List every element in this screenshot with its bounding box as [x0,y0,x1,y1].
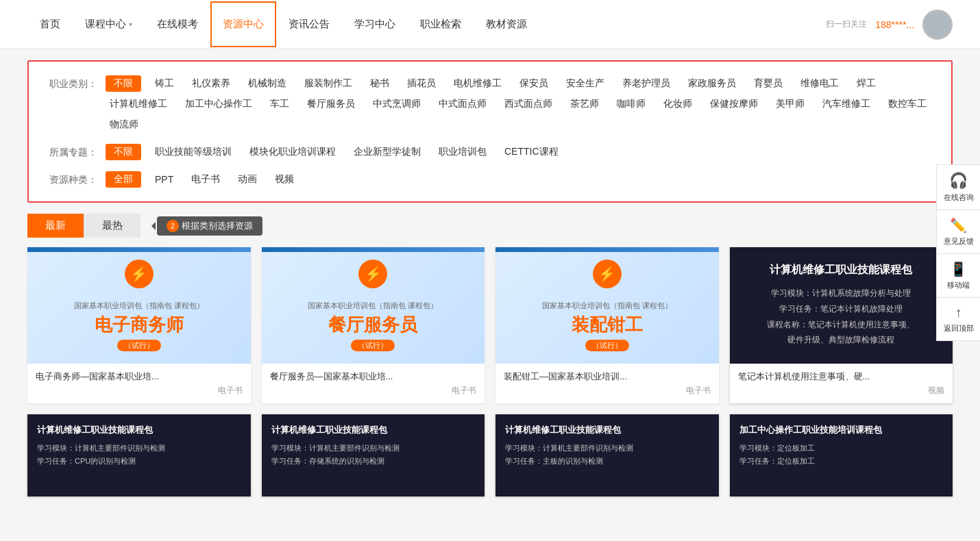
card-3-image: ⚡ 国家基本职业培训包（指南包 课程包） 装配钳工 （试行） [495,247,719,364]
card-3[interactable]: ⚡ 国家基本职业培训包（指南包 课程包） 装配钳工 （试行） 装配钳工—国家基本… [495,247,719,403]
tag-chegong[interactable]: 车工 [266,96,293,112]
tag-chahuayuan[interactable]: 插花员 [403,75,440,92]
tag-jisuanjiweixiugong[interactable]: 计算机维修工 [106,96,171,112]
nav-item-home[interactable]: 首页 [27,1,73,47]
card-1-title: 电子商务师 [95,313,184,337]
headphones-icon: 🎧 [949,172,968,190]
tab-latest[interactable]: 最新 [27,214,84,238]
filter-tags-resource: 全部 PPT 电子书 动画 视频 [106,171,298,188]
nav-item-courses[interactable]: 课程中心 ▾ [73,1,145,47]
sidebar-btn-top[interactable]: ↑ 返回顶部 [936,298,980,341]
tag-enterprise-apprentice[interactable]: 企业新型学徒制 [350,144,425,160]
tag-unlimited-category[interactable]: 不限 [106,75,141,92]
tag-zhugong[interactable]: 铸工 [151,75,178,92]
card-1[interactable]: ⚡ 国家基本职业培训包（指南包 课程包） 电子商务师 （试行） 电子商务师—国家… [27,247,251,403]
card-2[interactable]: ⚡ 国家基本职业培训包（指南包 课程包） 餐厅服务员 （试行） 餐厅服务员—国家… [262,247,485,403]
card-3-title: 装配钳工 [572,313,643,337]
card-4-dark-lines: 学习模块：计算机系统故障分析与处理 学习任务：笔记本计算机故障处理 课程名称：笔… [767,286,915,348]
card-4-desc: 笔记本计算机使用注意事项、硬... [738,370,945,383]
card-4-image: 计算机维修工职业技能课程包 学习模块：计算机系统故障分析与处理 学习任务：笔记本… [730,247,953,364]
tooltip-2: 2 根据类别选择资源 [157,216,262,236]
tag-hangong[interactable]: 焊工 [853,75,880,92]
nav-item-textbook[interactable]: 教材资源 [474,1,539,47]
card-8-title: 加工中心操作工职业技能培训课程包 [739,424,944,436]
header: 首页 课程中心 ▾ 在线模考 资源中心 1 点击资源中心 资讯公告 学习中心 职… [0,0,980,49]
filter-row-category: 职业类别： 不限 铸工 礼仪素养 机械制造 服装制作工 秘书 插花员 电机维修工… [49,75,931,133]
tag-modular-training[interactable]: 模块化职业培训课程 [245,144,340,160]
nav-item-resources[interactable]: 资源中心 1 点击资源中心 [210,1,276,47]
tag-kafeishi[interactable]: 咖啡师 [613,96,650,112]
avatar[interactable] [922,10,953,40]
tag-zhongshipengtiaoshi[interactable]: 中式烹调师 [369,96,425,112]
filter-tags-category: 不限 铸工 礼仪素养 机械制造 服装制作工 秘书 插花员 电机维修工 保安员 安… [106,75,931,133]
tag-vocational-training[interactable]: 职业技能等级培训 [151,144,236,160]
card-3-desc: 装配钳工—国家基本职业培训... [504,370,711,383]
filter-label-resource: 资源种类： [49,171,106,186]
tag-unlimited-topic[interactable]: 不限 [106,144,141,160]
nav-item-study[interactable]: 学习中心 [342,1,408,47]
nav: 首页 课程中心 ▾ 在线模考 资源中心 1 点击资源中心 资讯公告 学习中心 职… [27,1,539,47]
card-2-title: 餐厅服务员 [328,313,417,337]
filter-row-topic: 所属专题： 不限 职业技能等级培训 模块化职业培训课程 企业新型学徒制 职业培训… [49,144,931,160]
tag-jiagongzhongxincaozuogong[interactable]: 加工中心操作工 [181,96,256,112]
tag-anquanshengchan[interactable]: 安全生产 [562,75,609,92]
card-5[interactable]: 计算机维修工职业技能课程包 学习模块：计算机主要部件识别与检测 学习任务：CPU… [27,414,251,496]
card-7[interactable]: 计算机维修工职业技能课程包 学习模块：计算机主要部件识别与检测 学习任务：主板的… [495,414,719,496]
sidebar-btn-consult[interactable]: 🎧 在线咨询 [936,164,980,210]
card-7-lines: 学习模块：计算机主要部件识别与检测 学习任务：主板的识别与检测 [505,442,709,467]
sidebar-btn-feedback[interactable]: ✏️ 意见反馈 [936,210,980,253]
tag-huazhuangshi[interactable]: 化妆师 [659,96,696,112]
tag-cettic[interactable]: CETTIC课程 [500,144,563,160]
tag-zhongshimiandianshi[interactable]: 中式面点师 [434,96,491,112]
tag-yuyingyuan[interactable]: 育婴员 [750,75,787,92]
tag-jiazhengruwyuan[interactable]: 家政服务员 [684,75,740,92]
card-2-desc: 餐厅服务员—国家基本职业培... [270,370,477,383]
tag-all-resource[interactable]: 全部 [106,171,141,188]
filter-label-category: 职业类别： [49,75,106,90]
tag-liyisuyang[interactable]: 礼仪素养 [188,75,234,92]
card-3-subtitle: 国家基本职业培训包（指南包 课程包） [542,301,672,311]
tag-wuliushi[interactable]: 物流师 [106,116,143,133]
tag-cantingfuwuyuan[interactable]: 餐厅服务员 [303,96,359,112]
nav-item-exam[interactable]: 在线模考 [145,1,210,47]
tag-chayishi[interactable]: 茶艺师 [566,96,603,112]
card-8-lines: 学习模块：定位板加工 学习任务：定位板加工 [739,442,944,467]
tag-weixiudian[interactable]: 维修电工 [796,75,843,92]
nav-item-job[interactable]: 职业检索 [408,1,474,47]
tag-baojiananyishi[interactable]: 保健按摩师 [706,96,762,112]
tag-jixiezhizao[interactable]: 机械制造 [244,75,291,92]
tag-dianjiweixiugong[interactable]: 电机维修工 [450,75,506,92]
tag-shukongchegong[interactable]: 数控车工 [884,96,931,112]
mobile-icon: 📱 [950,261,967,277]
card-1-subtitle: 国家基本职业培训包（指南包 课程包） [74,301,204,311]
card-5-lines: 学习模块：计算机主要部件识别与检测 学习任务：CPU的识别与检测 [37,442,241,467]
tag-animation[interactable]: 动画 [234,171,261,188]
tag-yanglaohuligyuan[interactable]: 养老护理员 [618,75,674,92]
card-6-lines: 学习模块：计算机主要部件识别与检测 学习任务：存储系统的识别与检测 [271,442,476,467]
tag-vocational-package[interactable]: 职业培训包 [434,144,491,160]
card-4[interactable]: 计算机维修工职业技能课程包 学习模块：计算机系统故障分析与处理 学习任务：笔记本… [730,247,953,403]
tag-mishu[interactable]: 秘书 [366,75,393,92]
sidebar-btn-mobile[interactable]: 📱 移动端 [936,254,980,297]
card-2-subtitle: 国家基本职业培训包（指南包 课程包） [308,301,438,311]
tab-popular[interactable]: 最热 [84,214,140,238]
card-6[interactable]: 计算机维修工职业技能课程包 学习模块：计算机主要部件识别与检测 学习任务：存储系… [262,414,485,496]
up-icon: ↑ [955,305,962,320]
tag-xishimiandianshi[interactable]: 西式面点师 [500,96,556,112]
dropdown-arrow-icon: ▾ [129,21,132,28]
tag-ppt[interactable]: PPT [151,172,177,187]
cards-grid-row2: 计算机维修工职业技能课程包 学习模块：计算机主要部件识别与检测 学习任务：CPU… [27,414,953,496]
card-8[interactable]: 加工中心操作工职业技能培训课程包 学习模块：定位板加工 学习任务：定位板加工 [730,414,953,496]
tag-ebook[interactable]: 电子书 [187,171,224,188]
tag-baoangyuan[interactable]: 保安员 [515,75,552,92]
nav-item-news[interactable]: 资讯公告 [276,1,342,47]
user-phone[interactable]: 188****... [875,19,914,30]
tag-qicheweixiugong[interactable]: 汽车维修工 [818,96,874,112]
filter-section: 职业类别： 不限 铸工 礼仪素养 机械制造 服装制作工 秘书 插花员 电机维修工… [27,60,953,203]
header-right: 扫一扫关注 188****... [826,10,953,40]
tag-meijishi[interactable]: 美甲师 [772,96,809,112]
tag-fuzhuangzhizuogong[interactable]: 服装制作工 [300,75,356,92]
edit-icon: ✏️ [950,217,967,234]
filter-label-topic: 所属专题： [49,144,106,159]
tag-video[interactable]: 视频 [271,171,298,188]
